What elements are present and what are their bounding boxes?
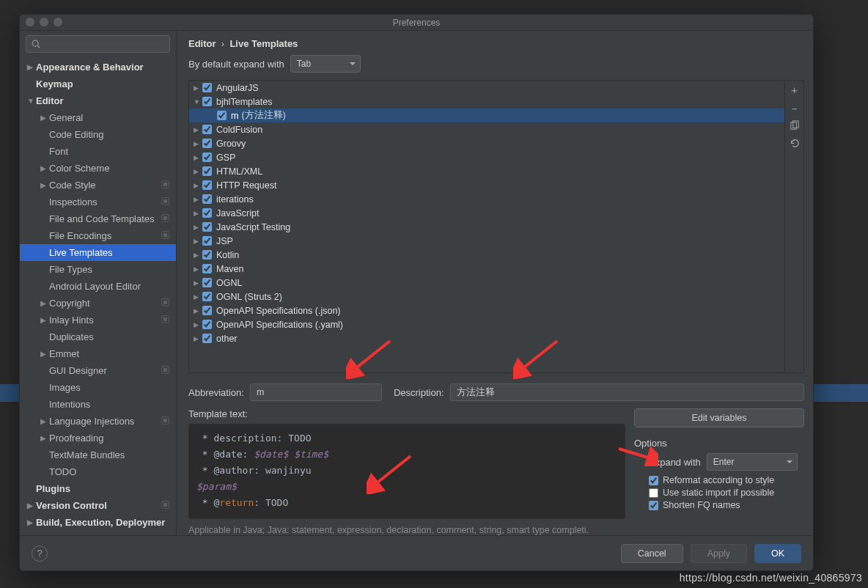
revert-icon[interactable] bbox=[789, 138, 800, 151]
template-group[interactable]: ▶other bbox=[189, 331, 784, 345]
template-group[interactable]: ▶OGNL (Struts 2) bbox=[189, 290, 784, 304]
svg-line-1 bbox=[37, 45, 40, 48]
template-group[interactable]: ▶OpenAPI Specifications (.yaml) bbox=[189, 317, 784, 331]
template-text-editor[interactable]: * description: TODO * @date: $date$ $tim… bbox=[188, 424, 625, 519]
sidebar-item-proofreading[interactable]: ▶Proofreading bbox=[20, 430, 176, 446]
sidebar-item-gui-designer[interactable]: GUI Designer bbox=[20, 362, 176, 379]
svg-rect-5 bbox=[163, 199, 167, 203]
settings-sidebar: ▶Appearance & BehaviorKeymap▼Editor▶Gene… bbox=[20, 31, 177, 535]
settings-content: Editor › Live Templates By default expan… bbox=[177, 31, 813, 535]
sidebar-item-code-style[interactable]: ▶Code Style bbox=[20, 177, 176, 194]
template-group-list[interactable]: ▶AngularJS▼bjhlTemplatesm(方法注释)▶ColdFusi… bbox=[188, 80, 785, 373]
copy-icon[interactable] bbox=[789, 120, 800, 133]
sidebar-item-plugins[interactable]: Plugins bbox=[20, 480, 176, 497]
zoom-dot[interactable] bbox=[54, 18, 62, 26]
template-group[interactable]: ▶AngularJS bbox=[189, 81, 784, 95]
expand-with-label: Expand with bbox=[649, 457, 701, 468]
breadcrumb: Editor › Live Templates bbox=[188, 38, 804, 49]
svg-rect-9 bbox=[163, 233, 167, 237]
sidebar-item-file-types[interactable]: File Types bbox=[20, 261, 176, 278]
template-toolbar: ＋ － bbox=[785, 80, 804, 373]
option-static-import[interactable]: Use static import if possible bbox=[634, 488, 804, 498]
options-heading: Options bbox=[634, 438, 804, 449]
search-input[interactable] bbox=[26, 35, 170, 53]
template-group[interactable]: ▶ColdFusion bbox=[189, 122, 784, 136]
dialog-footer: ? Cancel Apply OK bbox=[20, 535, 813, 570]
sidebar-item-code-editing[interactable]: Code Editing bbox=[20, 126, 176, 143]
template-group[interactable]: ▼bjhlTemplates bbox=[189, 95, 784, 109]
expand-with-dropdown[interactable]: Enter bbox=[707, 453, 798, 471]
abbreviation-input[interactable] bbox=[250, 383, 382, 401]
description-input[interactable] bbox=[450, 383, 804, 401]
svg-rect-11 bbox=[163, 301, 167, 304]
sidebar-item-intentions[interactable]: Intentions bbox=[20, 396, 176, 413]
default-expand-dropdown[interactable]: Tab bbox=[290, 55, 361, 73]
template-group[interactable]: ▶JSP bbox=[189, 234, 784, 248]
template-group[interactable]: ▶JavaScript bbox=[189, 206, 784, 220]
svg-rect-19 bbox=[163, 503, 167, 507]
search-icon bbox=[31, 39, 41, 49]
preferences-dialog: Preferences ▶Appearance & BehaviorKeymap… bbox=[19, 14, 814, 571]
ok-button[interactable]: OK bbox=[754, 544, 801, 563]
sidebar-item-todo[interactable]: TODO bbox=[20, 463, 176, 480]
abbreviation-label: Abbreviation: bbox=[188, 387, 244, 398]
sidebar-item-inspections[interactable]: Inspections bbox=[20, 194, 176, 210]
sidebar-item-textmate-bundles[interactable]: TextMate Bundles bbox=[20, 446, 176, 463]
edit-variables-button[interactable]: Edit variables bbox=[634, 408, 804, 427]
sidebar-item-appearance-behavior[interactable]: ▶Appearance & Behavior bbox=[20, 59, 176, 76]
svg-rect-7 bbox=[163, 216, 167, 220]
template-group[interactable]: ▶JavaScript Testing bbox=[189, 220, 784, 234]
svg-rect-17 bbox=[163, 419, 167, 422]
description-label: Description: bbox=[394, 387, 444, 398]
sidebar-item-language-injections[interactable]: ▶Language Injections bbox=[20, 413, 176, 430]
watermark: https://blog.csdn.net/weixin_40865973 bbox=[680, 572, 862, 584]
sidebar-item-keymap[interactable]: Keymap bbox=[20, 76, 176, 92]
add-icon[interactable]: ＋ bbox=[789, 84, 800, 98]
template-group[interactable]: ▶Kotlin bbox=[189, 248, 784, 262]
help-button[interactable]: ? bbox=[32, 545, 48, 562]
settings-tree[interactable]: ▶Appearance & BehaviorKeymap▼Editor▶Gene… bbox=[20, 56, 176, 535]
remove-icon[interactable]: － bbox=[789, 102, 800, 116]
sidebar-item-editor[interactable]: ▼Editor bbox=[20, 92, 176, 109]
sidebar-item-emmet[interactable]: ▶Emmet bbox=[20, 345, 176, 362]
minimize-dot[interactable] bbox=[40, 18, 48, 26]
sidebar-item-android-layout-editor[interactable]: Android Layout Editor bbox=[20, 278, 176, 295]
template-group[interactable]: ▶OGNL bbox=[189, 276, 784, 290]
apply-button[interactable]: Apply bbox=[691, 544, 747, 563]
default-expand-label: By default expand with bbox=[188, 59, 284, 70]
option-shorten-fq[interactable]: Shorten FQ names bbox=[634, 500, 804, 510]
template-group[interactable]: ▶HTML/XML bbox=[189, 164, 784, 178]
option-reformat[interactable]: Reformat according to style bbox=[634, 475, 804, 485]
sidebar-item-color-scheme[interactable]: ▶Color Scheme bbox=[20, 160, 176, 177]
close-dot[interactable] bbox=[26, 18, 34, 26]
sidebar-item-copyright[interactable]: ▶Copyright bbox=[20, 295, 176, 312]
window-controls[interactable] bbox=[26, 18, 62, 26]
template-group[interactable]: ▶iterations bbox=[189, 192, 784, 206]
window-title: Preferences bbox=[393, 18, 441, 28]
cancel-button[interactable]: Cancel bbox=[621, 544, 683, 563]
sidebar-item-file-and-code-templates[interactable]: File and Code Templates bbox=[20, 210, 176, 227]
sidebar-item-version-control[interactable]: ▶Version Control bbox=[20, 497, 176, 514]
sidebar-item-inlay-hints[interactable]: ▶Inlay Hints bbox=[20, 312, 176, 328]
sidebar-item-file-encodings[interactable]: File Encodings bbox=[20, 227, 176, 244]
template-group[interactable]: ▶Groovy bbox=[189, 136, 784, 150]
titlebar: Preferences bbox=[20, 15, 813, 31]
svg-point-0 bbox=[32, 40, 38, 46]
template-text-label: Template text: bbox=[188, 408, 625, 419]
sidebar-item-images[interactable]: Images bbox=[20, 379, 176, 396]
sidebar-item-live-templates[interactable]: Live Templates bbox=[20, 244, 176, 261]
svg-rect-3 bbox=[163, 183, 167, 186]
template-item[interactable]: m(方法注释) bbox=[189, 109, 784, 122]
sidebar-item-font[interactable]: Font bbox=[20, 143, 176, 160]
template-group[interactable]: ▶OpenAPI Specifications (.json) bbox=[189, 304, 784, 317]
sidebar-item-general[interactable]: ▶General bbox=[20, 109, 176, 126]
template-group[interactable]: ▶HTTP Request bbox=[189, 178, 784, 192]
template-group[interactable]: ▶Maven bbox=[189, 262, 784, 276]
applicable-context: Applicable in Java; Java: statement, exp… bbox=[188, 525, 625, 535]
template-group[interactable]: ▶GSP bbox=[189, 150, 784, 164]
svg-rect-13 bbox=[163, 317, 167, 321]
sidebar-item-duplicates[interactable]: Duplicates bbox=[20, 328, 176, 345]
sidebar-item-build-execution-deploymer[interactable]: ▶Build, Execution, Deploymer bbox=[20, 514, 176, 531]
svg-rect-15 bbox=[163, 368, 167, 372]
